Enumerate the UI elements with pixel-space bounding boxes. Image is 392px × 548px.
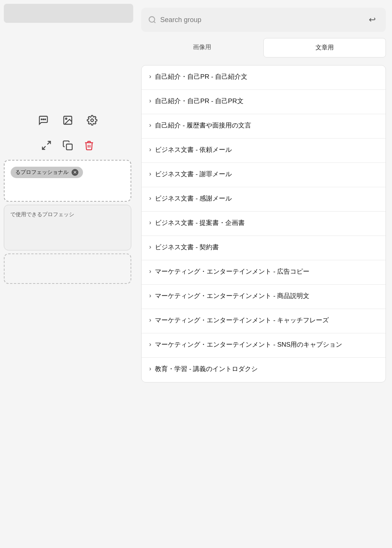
chevron-icon: › [149, 268, 151, 275]
list-item[interactable]: › ビジネス文書 - 依頼メール [142, 139, 386, 163]
chevron-icon: › [149, 244, 151, 250]
chevron-icon: › [149, 73, 151, 80]
search-icon [148, 16, 156, 24]
chevron-icon: › [149, 292, 151, 299]
group-item-text: 自己紹介 - 履歴書や面接用の文言 [155, 121, 378, 130]
svg-point-5 [91, 119, 93, 122]
tabs: 画像用 文章用 [141, 38, 386, 57]
svg-line-10 [154, 21, 155, 23]
svg-point-0 [41, 119, 42, 120]
svg-rect-8 [66, 144, 72, 150]
image-icon-button[interactable] [60, 113, 75, 128]
text-area-2: で使用できるプロフェッシ [4, 205, 131, 250]
left-panel: るプロフェッショナル ✕ で使用できるプロフェッシ [0, 0, 135, 548]
group-item-text: マーケティング・エンターテインメント - キャッチフレーズ [155, 316, 378, 325]
list-item[interactable]: › マーケティング・エンターテインメント - SNS用のキャプション [142, 333, 386, 358]
chevron-icon: › [149, 341, 151, 348]
chevron-icon: › [149, 195, 151, 202]
chevron-icon: › [149, 122, 151, 129]
chip-label: るプロフェッショナル [15, 169, 69, 176]
list-item[interactable]: › マーケティング・エンターテインメント - 商品説明文 [142, 285, 386, 309]
group-item-text: ビジネス文書 - 謝罪メール [155, 170, 378, 179]
list-item[interactable]: › マーケティング・エンターテインメント - 広告コピー [142, 260, 386, 285]
icon-bar [0, 107, 135, 134]
group-item-text: 教育・学習 - 講義のイントロダクシ [155, 365, 378, 374]
search-input[interactable] [160, 16, 362, 24]
list-item[interactable]: › ビジネス文書 - 契約書 [142, 236, 386, 260]
chevron-icon: › [149, 97, 151, 104]
list-item[interactable]: › 自己紹介 - 履歴書や面接用の文言 [142, 114, 386, 139]
group-item-text: 自己紹介・自己PR - 自己PR文 [155, 97, 378, 106]
copy-button[interactable] [61, 139, 75, 152]
svg-point-2 [45, 119, 45, 120]
list-item[interactable]: › ビジネス文書 - 提案書・企画書 [142, 212, 386, 236]
group-item-text: ビジネス文書 - 提案書・企画書 [155, 218, 378, 228]
group-item-text: 自己紹介・自己PR - 自己紹介文 [155, 72, 378, 81]
chevron-icon: › [149, 170, 151, 177]
group-list: › 自己紹介・自己PR - 自己紹介文 › 自己紹介・自己PR - 自己PR文 … [141, 65, 386, 382]
dashed-bottom-area [4, 253, 131, 284]
group-item-text: マーケティング・エンターテインメント - 商品説明文 [155, 292, 378, 301]
settings-icon-button[interactable] [84, 113, 100, 128]
svg-point-1 [43, 119, 43, 120]
left-top-bar [4, 4, 133, 23]
list-item[interactable]: › 教育・学習 - 講義のイントロダクシ [142, 358, 386, 382]
tab-image[interactable]: 画像用 [141, 38, 263, 57]
chevron-icon: › [149, 146, 151, 153]
chip: るプロフェッショナル ✕ [11, 167, 83, 178]
list-item[interactable]: › マーケティング・エンターテインメント - キャッチフレーズ [142, 309, 386, 333]
chat-icon-button[interactable] [36, 113, 51, 128]
chevron-icon: › [149, 317, 151, 323]
chevron-icon: › [149, 219, 151, 226]
action-bar [0, 134, 135, 157]
svg-line-6 [47, 142, 50, 145]
collapse-button[interactable] [40, 139, 53, 152]
right-panel: ↩ 画像用 文章用 › 自己紹介・自己PR - 自己紹介文 › 自己紹介・自己P… [135, 0, 392, 548]
list-item[interactable]: › 自己紹介・自己PR - 自己PR文 [142, 90, 386, 114]
svg-point-9 [149, 17, 155, 22]
tab-text[interactable]: 文章用 [263, 38, 386, 57]
search-bar: ↩ [141, 8, 386, 32]
chevron-icon: › [149, 365, 151, 372]
svg-point-4 [65, 118, 67, 119]
svg-line-7 [42, 146, 45, 149]
delete-button[interactable] [82, 139, 96, 152]
group-item-text: マーケティング・エンターテインメント - 広告コピー [155, 267, 378, 276]
list-item[interactable]: › ビジネス文書 - 感謝メール [142, 187, 386, 212]
group-item-text: ビジネス文書 - 契約書 [155, 243, 378, 252]
list-item[interactable]: › 自己紹介・自己PR - 自己紹介文 [142, 65, 386, 90]
list-item[interactable]: › ビジネス文書 - 謝罪メール [142, 163, 386, 187]
chip-close-button[interactable]: ✕ [72, 169, 78, 176]
chip-text-area: るプロフェッショナル ✕ [4, 160, 131, 202]
group-item-text: ビジネス文書 - 依頼メール [155, 145, 378, 155]
group-item-text: ビジネス文書 - 感謝メール [155, 194, 378, 203]
text-area-2-content: で使用できるプロフェッシ [10, 211, 74, 217]
return-button[interactable]: ↩ [365, 13, 379, 27]
group-item-text: マーケティング・エンターテインメント - SNS用のキャプション [155, 340, 378, 349]
